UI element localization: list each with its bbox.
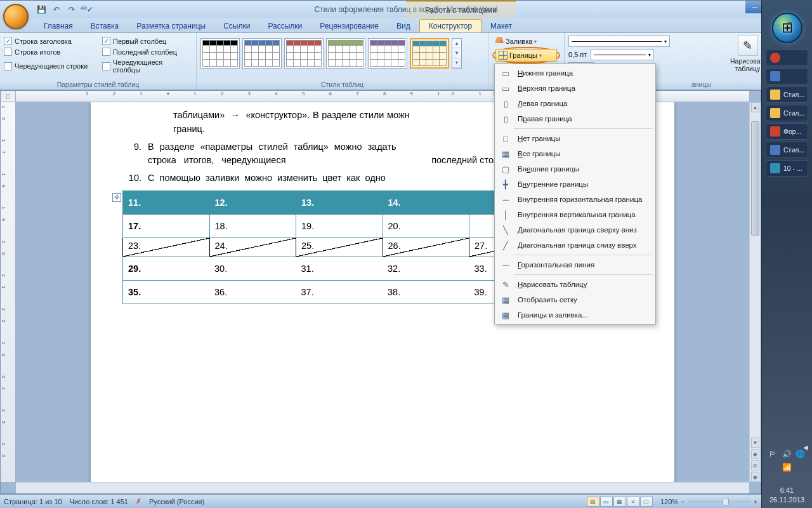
proofing-icon[interactable]: ✗ [136, 497, 141, 505]
status-page[interactable]: Страница: 1 из 10 [4, 498, 62, 505]
table-cell[interactable]: 12. [209, 190, 296, 214]
dropdown-item[interactable]: ▦Все границы [496, 146, 654, 161]
ruler-corner[interactable]: ⎕ [1, 91, 16, 102]
browse-object-icon[interactable]: ◎ [751, 460, 759, 471]
chk-header-row[interactable]: ✓Строка заголовка [4, 37, 93, 45]
chk-last-column[interactable]: Последний столбец [102, 48, 191, 56]
view-full-screen[interactable]: ▭ [600, 497, 613, 507]
dropdown-item[interactable]: ╋Внутренние границы [496, 177, 654, 192]
chk-first-column[interactable]: ✓Первый столбец [102, 37, 191, 45]
redo-icon[interactable]: ↷ [65, 3, 78, 16]
view-web[interactable]: ▦ [613, 497, 626, 507]
table-cell[interactable]: 23. [123, 237, 210, 257]
table-cell[interactable]: 30. [209, 257, 296, 280]
style-thumb[interactable] [368, 38, 407, 69]
style-thumb[interactable] [200, 38, 240, 69]
dropdown-item[interactable]: ▦Границы и заливка... [496, 307, 654, 323]
zoom-out-button[interactable]: − [681, 498, 684, 505]
table-cell[interactable]: 11. [123, 190, 210, 214]
table-move-handle[interactable]: ✥ [112, 193, 121, 202]
dropdown-item[interactable]: ─Горизонтальная линия [496, 257, 654, 272]
table-cell[interactable]: 19. [296, 214, 383, 237]
dropdown-item[interactable]: ─Внутренняя горизонтальная граница [496, 192, 654, 207]
dropdown-item[interactable]: ╱Диагональная граница снизу вверх [496, 237, 654, 253]
borders-button[interactable]: Границы▾ [495, 49, 557, 62]
table-cell[interactable]: 37. [296, 280, 383, 304]
tab-layout[interactable]: Макет [481, 20, 521, 32]
table-cell[interactable]: 29. [123, 257, 210, 280]
status-word-count[interactable]: Число слов: 1 451 [70, 498, 128, 505]
scroll-down-icon[interactable]: ▼ [751, 438, 759, 448]
table-cell[interactable]: 35. [123, 280, 210, 304]
scrollbar-horizontal[interactable] [16, 482, 749, 493]
scroll-up-icon[interactable]: ▲ [751, 102, 759, 112]
zoom-in-button[interactable]: + [754, 498, 757, 505]
doc-minimize-icon[interactable]: ─ [771, 20, 783, 30]
tab-mailings[interactable]: Рассылки [259, 20, 311, 32]
style-thumb[interactable] [242, 38, 282, 69]
next-page-icon[interactable]: ◉ [751, 472, 759, 482]
table-cell[interactable]: 38. [383, 280, 469, 304]
gallery-more-button[interactable]: ▲▼▾ [452, 38, 462, 69]
taskbar-item[interactable]: Стил... [766, 105, 808, 121]
tab-page-layout[interactable]: Разметка страницы [128, 20, 214, 32]
table-cell[interactable]: 26. [383, 237, 469, 257]
scrollbar-vertical[interactable]: ▲ ▼ ◉ ◎ ◉ [749, 102, 761, 482]
table-cell[interactable]: 13. [296, 190, 383, 214]
flag-icon[interactable]: 🏳 [769, 450, 779, 460]
zoom-slider[interactable] [688, 500, 751, 503]
pen-style-select[interactable]: ▾ [568, 36, 670, 47]
undo-icon[interactable]: ↶ [50, 3, 63, 16]
scroll-thumb[interactable] [751, 121, 759, 236]
table-cell[interactable]: 31. [296, 257, 383, 280]
view-print-layout[interactable]: ▤ [587, 497, 599, 507]
chk-total-row[interactable]: Строка итогов [4, 48, 93, 56]
shading-button[interactable]: Заливка▾ [492, 36, 560, 47]
spellcheck-icon[interactable]: ᴬᴮ✓ [81, 3, 93, 16]
taskbar-item[interactable]: 10 - ... [766, 160, 808, 177]
prev-page-icon[interactable]: ◉ [751, 449, 759, 459]
table-cell[interactable]: 32. [383, 257, 469, 280]
network-icon[interactable]: 🌐 [796, 450, 806, 460]
save-icon[interactable]: 💾 [35, 3, 48, 16]
table-cell[interactable]: 24. [209, 237, 296, 257]
tab-design[interactable]: Конструктор [419, 19, 481, 32]
volume-icon[interactable]: 🔊 [782, 450, 792, 460]
chk-banded-rows[interactable]: Чередующиеся строки [4, 58, 93, 74]
tab-insert[interactable]: Вставка [82, 20, 128, 32]
taskbar-item[interactable]: Стил... [766, 86, 808, 103]
tab-view[interactable]: Вид [388, 20, 419, 32]
tab-references[interactable]: Ссылки [214, 20, 259, 32]
taskbar-item[interactable]: Стил... [766, 142, 808, 158]
ruler-vertical[interactable]: 16 17 18 19 20 21 22 23 24 25 26 [1, 102, 16, 482]
chk-banded-columns[interactable]: Чередующиеся столбцы [102, 58, 191, 74]
zoom-level[interactable]: 120% [660, 498, 678, 505]
table-cell[interactable]: 25. [296, 237, 383, 257]
table-cell[interactable]: 20. [383, 214, 469, 237]
taskbar-clock[interactable]: 6:41 26.11.2013 [762, 486, 812, 504]
dropdown-item[interactable]: ▢Внешние границы [496, 161, 654, 177]
view-draft[interactable]: ▢ [640, 497, 653, 507]
office-button[interactable] [3, 4, 29, 29]
taskbar-item[interactable] [766, 68, 808, 84]
dropdown-item[interactable]: ✎Нарисовать таблицу [496, 277, 654, 292]
style-thumb[interactable] [326, 38, 365, 69]
draw-table-button[interactable]: ✎Нарисовать таблицу [730, 36, 765, 72]
dropdown-item[interactable]: ╲Диагональная граница сверху вниз [496, 222, 654, 237]
dropdown-item[interactable]: ▯Правая граница [496, 111, 654, 126]
table-cell[interactable]: 14. [383, 190, 469, 214]
wifi-icon[interactable]: 📶 [782, 463, 792, 473]
dropdown-item[interactable]: ▯Левая граница [496, 96, 654, 111]
dropdown-item[interactable]: │Внутренняя вертикальная граница [496, 207, 654, 222]
style-thumb[interactable] [284, 38, 324, 69]
tab-home[interactable]: Главная [35, 20, 82, 32]
table-cell[interactable]: 17. [123, 214, 210, 237]
pen-weight-select[interactable]: ▾ [591, 49, 654, 60]
tab-review[interactable]: Рецензирование [311, 20, 388, 32]
table-cell[interactable]: 36. [209, 280, 296, 304]
taskbar-item[interactable] [766, 50, 808, 66]
status-language[interactable]: Русский (Россия) [149, 498, 204, 505]
style-thumb-selected[interactable] [410, 38, 449, 69]
dropdown-item[interactable]: ▭Верхняя граница [496, 81, 654, 96]
dropdown-item[interactable]: □Нет границы [496, 131, 654, 146]
